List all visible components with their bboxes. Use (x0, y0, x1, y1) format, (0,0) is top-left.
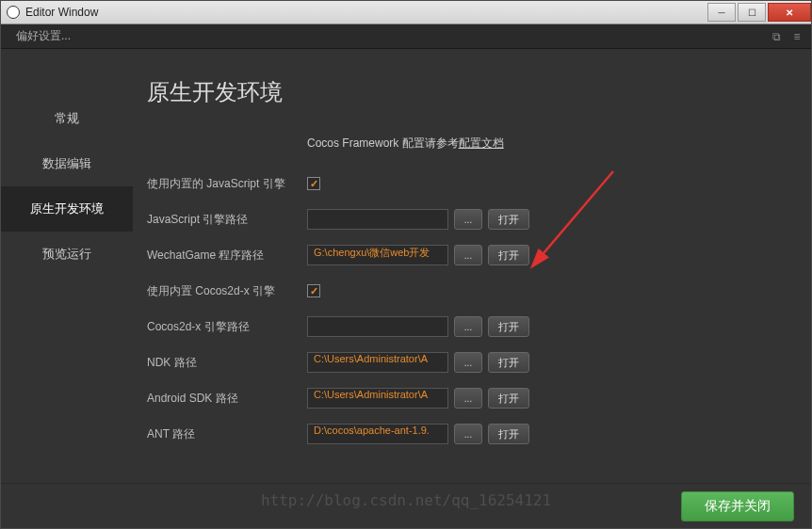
row-cocos-path: Cocos2d-x 引擎路径 ... 打开 (147, 315, 783, 338)
sidebar-item-general[interactable]: 常规 (1, 96, 133, 141)
main-panel: 原生开发环境 Cocos Framework 配置请参考配置文档 使用内置的 J… (133, 49, 811, 483)
row-use-builtin-cocos: 使用内置 Cocos2d-x 引擎 (147, 280, 783, 302)
input-js-engine-path[interactable] (307, 209, 448, 230)
maximize-button[interactable]: ☐ (738, 3, 766, 22)
row-wechat-path: WechatGame 程序路径 G:\chengxu\微信web开发 ... 打… (147, 244, 783, 266)
browse-ndk[interactable]: ... (454, 352, 482, 373)
open-js-engine[interactable]: 打开 (488, 209, 529, 230)
row-ndk-path: NDK 路径 C:\Users\Administrator\A ... 打开 (147, 351, 783, 374)
checkbox-use-builtin-cocos[interactable] (307, 284, 320, 297)
menu-icon[interactable]: ≡ (790, 30, 804, 43)
editor-window: Editor Window ─ ☐ ✕ 偏好设置... ⧉ ≡ 常规 数据编辑 … (0, 0, 812, 529)
sidebar-item-data-edit[interactable]: 数据编辑 (1, 141, 133, 186)
sidebar-item-native-dev[interactable]: 原生开发环境 (1, 186, 133, 232)
label-cocos-path: Cocos2d-x 引擎路径 (147, 319, 307, 335)
input-cocos-path[interactable] (307, 316, 448, 337)
browse-wechat[interactable]: ... (454, 245, 482, 265)
footer: 保存并关闭 (1, 483, 811, 528)
label-sdk-path: Android SDK 路径 (147, 391, 307, 407)
input-sdk-path[interactable]: C:\Users\Administrator\A (307, 388, 448, 409)
tabbar: 偏好设置... ⧉ ≡ (1, 24, 811, 49)
browse-js-engine[interactable]: ... (454, 209, 482, 230)
window-title: Editor Window (25, 6, 706, 19)
label-ndk-path: NDK 路径 (147, 355, 307, 371)
open-ndk[interactable]: 打开 (488, 352, 529, 373)
close-button[interactable]: ✕ (768, 3, 811, 22)
browse-cocos[interactable]: ... (454, 316, 482, 337)
tab-actions: ⧉ ≡ (770, 30, 804, 43)
window-controls: ─ ☐ ✕ (706, 3, 811, 22)
save-close-button[interactable]: 保存并关闭 (681, 491, 794, 521)
row-sdk-path: Android SDK 路径 C:\Users\Administrator\A … (147, 387, 783, 409)
row-ant-path: ANT 路径 D:\cocos\apache-ant-1.9. ... 打开 (147, 423, 783, 445)
minimize-button[interactable]: ─ (707, 3, 736, 22)
input-ant-path[interactable]: D:\cocos\apache-ant-1.9. (307, 424, 448, 444)
titlebar[interactable]: Editor Window ─ ☐ ✕ (1, 1, 811, 24)
label-use-builtin-js: 使用内置的 JavaScript 引擎 (147, 176, 307, 192)
browse-sdk[interactable]: ... (454, 388, 482, 409)
input-ndk-path[interactable]: C:\Users\Administrator\A (307, 352, 448, 373)
sidebar-item-preview[interactable]: 预览运行 (1, 232, 133, 277)
page-title: 原生开发环境 (147, 77, 783, 107)
open-cocos[interactable]: 打开 (488, 316, 529, 337)
checkbox-use-builtin-js[interactable] (307, 177, 320, 190)
sidebar: 常规 数据编辑 原生开发环境 预览运行 (1, 49, 133, 483)
open-sdk[interactable]: 打开 (488, 388, 529, 409)
app-icon (7, 6, 20, 19)
open-wechat[interactable]: 打开 (488, 245, 529, 265)
content: 常规 数据编辑 原生开发环境 预览运行 原生开发环境 Cocos Framewo… (1, 49, 811, 483)
config-prefix: Cocos Framework 配置请参考 (307, 136, 459, 150)
config-doc-link[interactable]: 配置文档 (459, 136, 504, 150)
popout-icon[interactable]: ⧉ (770, 30, 783, 43)
label-js-engine-path: JavaScript 引擎路径 (147, 212, 307, 228)
row-use-builtin-js: 使用内置的 JavaScript 引擎 (147, 172, 783, 195)
browse-ant[interactable]: ... (454, 424, 482, 444)
label-wechat-path: WechatGame 程序路径 (147, 248, 307, 264)
config-note: Cocos Framework 配置请参考配置文档 (307, 136, 783, 152)
preferences-tab[interactable]: 偏好设置... (8, 24, 78, 48)
input-wechat-path[interactable]: G:\chengxu\微信web开发 (307, 245, 448, 265)
open-ant[interactable]: 打开 (488, 424, 529, 444)
label-ant-path: ANT 路径 (147, 426, 307, 442)
row-js-engine-path: JavaScript 引擎路径 ... 打开 (147, 208, 783, 231)
label-use-builtin-cocos: 使用内置 Cocos2d-x 引擎 (147, 283, 307, 299)
